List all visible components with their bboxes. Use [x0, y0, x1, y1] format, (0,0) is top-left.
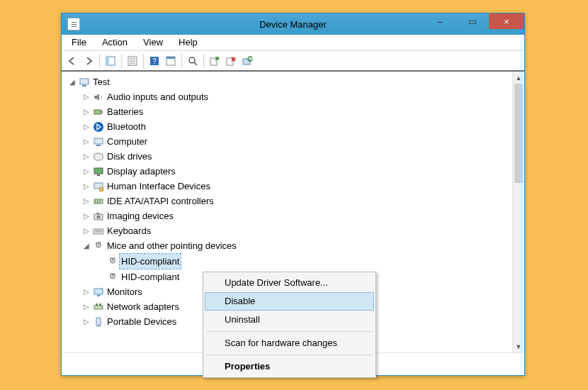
svg-rect-47	[96, 303, 98, 306]
help-button[interactable]: ?	[147, 53, 162, 69]
expander-icon[interactable]: ▷	[81, 223, 91, 238]
svg-line-11	[194, 62, 197, 65]
computer-icon	[93, 136, 104, 147]
tree-item-keyboards[interactable]: ▷ Keyboards	[67, 223, 524, 238]
tree-item-mice[interactable]: ◢ Mice and other pointing devices	[67, 238, 524, 253]
expander-icon[interactable]: ▷	[81, 164, 91, 179]
uninstall-button[interactable]	[223, 53, 239, 69]
app-icon: ☰	[67, 18, 80, 30]
close-button[interactable]: ×	[489, 13, 524, 29]
svg-point-50	[98, 324, 99, 325]
scroll-up-icon[interactable]: ▲	[513, 72, 524, 84]
audio-icon	[93, 91, 104, 103]
tree-item-ide[interactable]: ▷ IDE ATA/ATAPI controllers	[67, 194, 524, 208]
svg-rect-48	[99, 303, 101, 306]
menu-view[interactable]: View	[136, 35, 170, 49]
menu-action[interactable]: Action	[95, 35, 135, 49]
computer-root-icon	[79, 77, 90, 88]
svg-rect-27	[94, 168, 103, 174]
svg-rect-45	[97, 295, 100, 296]
scroll-track[interactable]	[513, 84, 524, 340]
svg-rect-44	[94, 289, 103, 294]
expander-icon[interactable]: ▷	[81, 179, 91, 194]
display-icon	[93, 166, 104, 177]
svg-rect-28	[97, 174, 100, 176]
titlebar: ☰ Device Manager – ▭ ×	[62, 13, 524, 35]
mouse-icon	[93, 240, 104, 252]
expander-icon[interactable]: ▷	[81, 284, 91, 299]
toolbar-separator	[203, 54, 204, 68]
showhide-tree-button[interactable]	[103, 53, 118, 69]
svg-rect-20	[82, 85, 86, 87]
update-driver-button[interactable]	[207, 53, 222, 69]
ctx-properties[interactable]: Properties	[205, 357, 374, 376]
svg-rect-16	[243, 59, 250, 65]
expander-icon[interactable]: ▷	[81, 299, 91, 314]
tree-item-disk[interactable]: ▷ Disk drives	[67, 149, 524, 164]
svg-rect-24	[94, 138, 103, 144]
details-button[interactable]	[163, 53, 179, 69]
tree-root[interactable]: ◢ Test	[67, 74, 524, 89]
toolbar-separator	[181, 54, 182, 68]
tree-item-hid-mouse-1[interactable]: ▷ HID-compliant	[67, 253, 524, 269]
svg-rect-19	[80, 79, 89, 84]
svg-rect-37	[96, 213, 99, 214]
properties-button[interactable]	[125, 53, 140, 69]
maximize-button[interactable]: ▭	[456, 13, 489, 29]
scroll-thumb[interactable]	[514, 84, 523, 183]
search-button[interactable]	[185, 53, 200, 69]
mouse-icon	[107, 272, 118, 283]
tree-item-computer[interactable]: ▷ Computer	[67, 134, 524, 149]
svg-rect-1	[106, 57, 109, 65]
bluetooth-icon	[93, 121, 104, 133]
ctx-scan[interactable]: Scan for hardware changes	[205, 334, 374, 352]
ctx-disable[interactable]: Disable	[205, 292, 374, 311]
svg-point-23	[94, 122, 103, 132]
tree-root-label: Test	[93, 74, 110, 89]
menu-file[interactable]: File	[64, 35, 94, 49]
svg-rect-9	[166, 57, 175, 59]
expander-icon[interactable]: ◢	[67, 74, 77, 89]
scan-hardware-button[interactable]	[239, 53, 255, 69]
expander-icon[interactable]: ▷	[81, 119, 91, 134]
battery-icon	[93, 106, 104, 118]
toolbar-separator	[121, 54, 122, 68]
svg-point-10	[189, 57, 195, 63]
tree-item-hid[interactable]: ▷ Human Interface Devices	[67, 179, 524, 194]
vertical-scrollbar[interactable]: ▲ ▼	[512, 72, 524, 352]
menu-help[interactable]: Help	[171, 35, 205, 49]
expander-icon[interactable]: ▷	[81, 104, 91, 119]
forward-button[interactable]	[81, 53, 96, 69]
ctx-separator	[206, 331, 373, 332]
tree-item-batteries[interactable]: ▷ Batteries	[67, 104, 524, 119]
svg-rect-21	[94, 110, 101, 114]
expander-icon[interactable]: ▷	[81, 194, 91, 208]
svg-rect-46	[94, 306, 103, 309]
keyboard-icon	[93, 225, 104, 237]
scroll-down-icon[interactable]: ▼	[513, 340, 524, 352]
toolbar-separator	[143, 54, 144, 68]
tree-item-audio[interactable]: ▷ Audio inputs and outputs	[67, 89, 524, 104]
ctx-uninstall[interactable]: Uninstall	[205, 311, 374, 329]
minimize-button[interactable]: –	[424, 13, 456, 29]
ctx-update-driver[interactable]: Update Driver Software...	[205, 274, 374, 292]
svg-point-30	[99, 187, 103, 191]
ctx-separator	[206, 355, 373, 355]
expander-icon[interactable]: ◢	[81, 238, 91, 253]
expander-icon[interactable]: ▷	[81, 208, 91, 223]
expander-icon[interactable]: ▷	[81, 149, 91, 164]
back-button[interactable]	[64, 53, 80, 69]
portable-icon	[93, 316, 104, 328]
svg-rect-25	[96, 145, 101, 146]
svg-point-36	[97, 215, 101, 218]
tree-item-imaging[interactable]: ▷ Imaging devices	[67, 208, 524, 223]
tree-item-display[interactable]: ▷ Display adapters	[67, 164, 524, 179]
toolbar-separator	[99, 54, 100, 68]
disk-icon	[93, 151, 104, 162]
context-menu: Update Driver Software... Disable Uninst…	[203, 272, 376, 378]
expander-icon[interactable]: ▷	[81, 134, 91, 149]
hid-icon	[93, 181, 104, 192]
expander-icon[interactable]: ▷	[81, 314, 91, 329]
tree-item-bluetooth[interactable]: ▷ Bluetooth	[67, 119, 524, 134]
expander-icon[interactable]: ▷	[81, 89, 91, 104]
